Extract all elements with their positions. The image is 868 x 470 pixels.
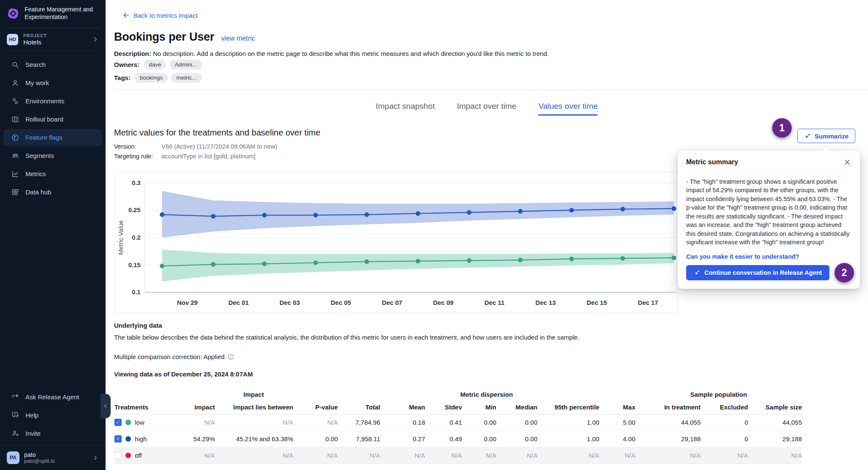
column-header: 95th percentile (537, 400, 599, 414)
easier-to-understand-link[interactable]: Can you make it easier to understand? (686, 253, 851, 260)
comparison-correction-text: Multiple comparison correction: Applied (114, 353, 225, 360)
table-cell: N/A (293, 414, 338, 431)
table-cell: N/A (170, 447, 215, 464)
tab-values-over-time[interactable]: Values over time (538, 102, 598, 116)
table-cell: N/A (215, 414, 293, 431)
sidebar-item-label: My work (25, 79, 49, 86)
table-cell: N/A (425, 447, 462, 464)
split-logo-icon (7, 7, 19, 20)
sidebar-item-label: Rollout board (25, 116, 63, 123)
metric-values-chart: 0.30.250.20.150.1Nov 29Dec 01Dec 03Dec 0… (114, 171, 678, 312)
back-link[interactable]: Back to metrics impact (122, 11, 198, 19)
annotation-badge-1: 1 (772, 118, 792, 138)
table-group-header-row: ImpactMetric dispersionSample population (114, 389, 802, 400)
table-cell: 7,784.96 (338, 414, 380, 431)
help-icon: ? (11, 411, 19, 419)
table-cell: N/A (635, 447, 701, 464)
tags-label: Tags: (114, 74, 131, 81)
user-icon (11, 79, 19, 87)
treatment-label: low (135, 419, 145, 426)
sidebar-item-data-hub[interactable]: Data hub (3, 184, 102, 201)
metric-tag[interactable]: bookings (135, 73, 168, 83)
svg-text:Dec 11: Dec 11 (484, 299, 504, 306)
agent-icon (11, 393, 19, 401)
sidebar-nav: SearchMy workEnvironmentsRollout boardFe… (0, 51, 106, 201)
view-metric-link[interactable]: view metric (221, 35, 255, 42)
sidebar-item-search[interactable]: Search (3, 56, 102, 73)
table-cell: 1.00 (537, 414, 599, 431)
sidebar-item-segments[interactable]: Segments (3, 147, 102, 164)
info-icon[interactable] (227, 353, 234, 360)
owner-tag[interactable]: Admini... (170, 60, 202, 69)
table-cell: 0.27 (380, 431, 425, 447)
table-cell: 0.41 (425, 414, 462, 431)
close-icon[interactable] (843, 158, 851, 166)
metric-description: Description: No description. Add a descr… (114, 50, 549, 57)
sparkles-icon (694, 269, 701, 276)
user-menu[interactable]: PA pato pato@split.io (0, 445, 106, 470)
sidebar-item-metrics[interactable]: Metrics (3, 166, 102, 182)
svg-text:0.2: 0.2 (132, 234, 141, 241)
version-info: Version: V66 (Active) (11/27/2024 08:06A… (114, 143, 277, 163)
tab-impact-over-time[interactable]: Impact over time (457, 102, 516, 116)
column-header: Treatments (114, 400, 170, 414)
sidebar-item-feature-flags[interactable]: Feature flags (3, 129, 102, 146)
sparkles-icon (804, 133, 811, 140)
sidebar-item-label: Feature flags (25, 134, 63, 141)
table-cell: N/A (701, 447, 748, 464)
project-selector[interactable]: HO PROJECT Hotels (0, 28, 106, 51)
version-label: Version: (114, 143, 161, 150)
sidebar-item-invite[interactable]: Invite (3, 425, 102, 442)
sidebar-item-rollout-board[interactable]: Rollout board (3, 111, 102, 128)
description-label: Description: (114, 50, 151, 57)
sidebar-item-label: Ask Release Agent (25, 393, 79, 401)
metrics-icon (11, 170, 19, 178)
svg-text:Nov 29: Nov 29 (177, 299, 198, 306)
sidebar-item-ask-release-agent[interactable]: Ask Release Agent (3, 388, 102, 405)
table-cell: 54.29% (170, 431, 215, 447)
svg-text:Dec 09: Dec 09 (433, 299, 453, 306)
metric-tag[interactable]: metric... (171, 73, 202, 83)
svg-text:?: ? (14, 412, 16, 416)
underlying-data-paragraph: The table below describes the data behin… (114, 334, 579, 341)
app-title: Feature Management and Experimentation (25, 6, 99, 21)
summarize-label: Summarize (815, 133, 849, 140)
table-cell: N/A (496, 447, 537, 464)
app-root: Feature Management and Experimentation H… (0, 0, 868, 470)
sidebar-footer: Ask Release Agent?HelpInvite PA pato pat… (0, 388, 106, 470)
user-email: pato@split.io (24, 458, 87, 464)
sidebar-item-label: Search (25, 61, 46, 68)
table-row-off: offN/AN/AN/AN/AN/AN/AN/AN/AN/AN/AN/AN/AN… (114, 447, 802, 464)
svg-text:Dec 01: Dec 01 (228, 299, 249, 306)
underlying-data-table: ImpactMetric dispersionSample population… (114, 389, 802, 464)
svg-text:0.1: 0.1 (132, 289, 141, 296)
treatment-checkbox[interactable]: ✓ (114, 435, 122, 442)
values-over-time-svg: 0.30.250.20.150.1Nov 29Dec 01Dec 03Dec 0… (115, 172, 678, 312)
table-cell: 4.00 (599, 431, 635, 447)
sidebar-item-my-work[interactable]: My work (3, 75, 102, 91)
environments-icon (11, 97, 19, 105)
table-cell: 7,958.11 (338, 431, 380, 447)
table-cell: 0.00 (496, 414, 537, 431)
tags-row: Tags: bookingsmetric... (114, 73, 202, 83)
treatment-checkbox[interactable] (114, 452, 122, 459)
sidebar-item-help[interactable]: ?Help (3, 406, 102, 423)
table-cell: 0.00 (496, 431, 537, 447)
column-group-label: Sample population (635, 389, 802, 400)
sidebar-item-label: Environments (25, 97, 64, 105)
sidebar-collapse-handle[interactable] (100, 394, 111, 418)
treatment-color-dot (125, 420, 131, 425)
owner-tag[interactable]: dave (144, 60, 166, 69)
description-text: No description. Add a description on the… (153, 50, 549, 57)
sidebar-footer-nav: Ask Release Agent?HelpInvite (0, 388, 106, 442)
summarize-button[interactable]: Summarize (797, 129, 855, 143)
treatment-checkbox[interactable]: ✓ (114, 419, 122, 426)
continue-conversation-button[interactable]: Continue conversation in Release Agent (686, 265, 829, 280)
popover-divider (686, 171, 851, 172)
back-link-label: Back to metrics impact (134, 12, 198, 19)
table-cell: 0 (701, 414, 748, 431)
table-cell: N/A (537, 447, 599, 464)
sidebar-item-environments[interactable]: Environments (3, 93, 102, 110)
chart-section-heading: Metric values for the treatments and bas… (114, 128, 320, 138)
tab-impact-snapshot[interactable]: Impact snapshot (376, 102, 435, 116)
